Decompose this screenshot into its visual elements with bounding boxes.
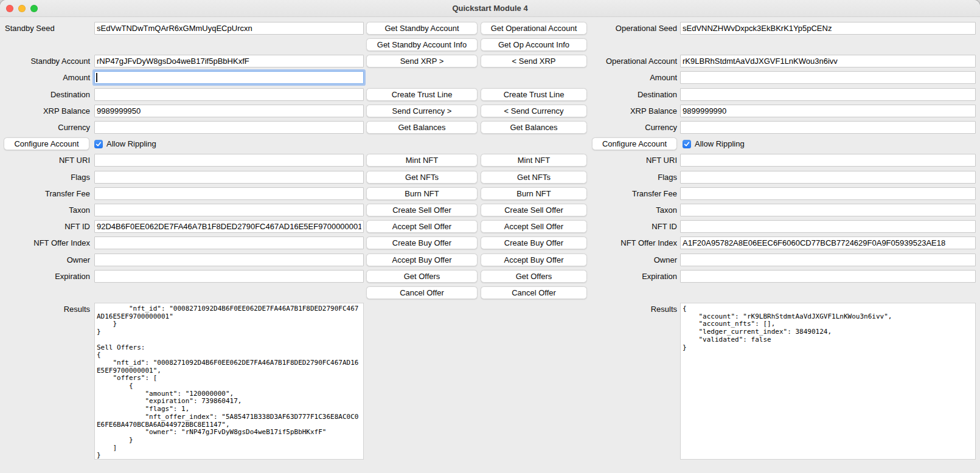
operational-currency-input[interactable] xyxy=(680,121,976,134)
close-window-button[interactable] xyxy=(6,5,13,12)
standby-create-buy-offer-button[interactable]: Create Buy Offer xyxy=(366,236,478,249)
standby-expiration-input[interactable] xyxy=(94,270,364,283)
standby-cancel-offer-button[interactable]: Cancel Offer xyxy=(366,286,478,299)
standby-seed-label: Standby Seed xyxy=(5,22,95,35)
standby-create-sell-offer-button[interactable]: Create Sell Offer xyxy=(366,204,478,216)
operational-transfer-fee-input[interactable] xyxy=(680,187,976,200)
operational-xrp-balance-input[interactable] xyxy=(680,105,976,117)
standby-get-offers-button[interactable]: Get Offers xyxy=(366,270,478,283)
operational-mint-nft-button[interactable]: Mint NFT xyxy=(481,154,587,167)
operational-send-xrp-button[interactable]: < Send XRP xyxy=(481,55,587,67)
text-caret xyxy=(96,73,97,82)
get-standby-account-info-button[interactable]: Get Standby Account Info xyxy=(366,38,478,51)
operational-get-balances-button[interactable]: Get Balances xyxy=(481,121,587,134)
standby-burn-nft-button[interactable]: Burn NFT xyxy=(366,187,478,200)
operational-create-trust-line-button[interactable]: Create Trust Line xyxy=(481,88,587,101)
operational-nft-offer-index-label: NFT Offer Index xyxy=(588,236,677,249)
standby-nft-uri-label: NFT URI xyxy=(0,154,90,167)
standby-send-xrp-button[interactable]: Send XRP > xyxy=(366,55,478,67)
standby-allow-rippling-label: Allow Rippling xyxy=(106,139,156,148)
operational-account-input[interactable] xyxy=(680,55,976,67)
standby-expiration-label: Expiration xyxy=(0,270,90,283)
standby-flags-label: Flags xyxy=(0,171,90,184)
standby-xrp-balance-label: XRP Balance xyxy=(0,105,90,117)
window-title: Quickstart Module 4 xyxy=(0,0,980,17)
operational-accept-buy-offer-button[interactable]: Accept Buy Offer xyxy=(481,254,587,266)
standby-accept-buy-offer-button[interactable]: Accept Buy Offer xyxy=(366,254,478,266)
standby-nft-offer-index-label: NFT Offer Index xyxy=(0,236,90,249)
operational-flags-label: Flags xyxy=(588,171,677,184)
operational-cancel-offer-button[interactable]: Cancel Offer xyxy=(481,286,587,299)
operational-get-nfts-button[interactable]: Get NFTs xyxy=(481,171,587,184)
operational-taxon-input[interactable] xyxy=(680,204,976,216)
standby-get-balances-button[interactable]: Get Balances xyxy=(366,121,478,134)
standby-flags-input[interactable] xyxy=(94,171,364,184)
operational-xrp-balance-label: XRP Balance xyxy=(588,105,677,117)
standby-create-trust-line-button[interactable]: Create Trust Line xyxy=(366,88,478,101)
operational-create-buy-offer-button[interactable]: Create Buy Offer xyxy=(481,236,587,249)
operational-nft-uri-input[interactable] xyxy=(680,154,976,167)
operational-burn-nft-button[interactable]: Burn NFT xyxy=(481,187,587,200)
operational-create-sell-offer-button[interactable]: Create Sell Offer xyxy=(481,204,587,216)
app-window: Quickstart Module 4 Standby Seed Get Sta… xyxy=(0,0,980,473)
standby-nft-uri-input[interactable] xyxy=(94,154,364,167)
standby-account-input[interactable] xyxy=(94,55,364,67)
standby-amount-input[interactable] xyxy=(94,71,364,84)
operational-amount-input[interactable] xyxy=(680,71,976,84)
operational-allow-rippling-checkbox[interactable]: Allow Rippling xyxy=(683,137,745,150)
operational-expiration-input[interactable] xyxy=(680,270,976,283)
standby-transfer-fee-label: Transfer Fee xyxy=(0,187,90,200)
operational-seed-label: Operational Seed xyxy=(588,22,677,35)
standby-seed-input[interactable] xyxy=(94,22,364,35)
standby-currency-label: Currency xyxy=(0,121,90,134)
standby-currency-input[interactable] xyxy=(94,121,364,134)
standby-destination-label: Destination xyxy=(0,88,90,101)
operational-owner-label: Owner xyxy=(588,254,677,266)
operational-owner-input[interactable] xyxy=(680,254,976,266)
operational-flags-input[interactable] xyxy=(680,171,976,184)
standby-account-label: Standby Account xyxy=(0,55,90,67)
standby-accept-sell-offer-button[interactable]: Accept Sell Offer xyxy=(366,220,478,233)
operational-nft-id-input[interactable] xyxy=(680,220,976,233)
operational-taxon-label: Taxon xyxy=(588,204,677,216)
operational-configure-account-button[interactable]: Configure Account xyxy=(592,137,677,150)
get-op-account-info-button[interactable]: Get Op Account Info xyxy=(481,38,587,51)
get-standby-account-button[interactable]: Get Standby Account xyxy=(366,22,478,35)
operational-destination-label: Destination xyxy=(588,88,677,101)
minimize-window-button[interactable] xyxy=(18,5,26,12)
operational-transfer-fee-label: Transfer Fee xyxy=(588,187,677,200)
operational-nft-uri-label: NFT URI xyxy=(588,154,677,167)
standby-amount-label: Amount xyxy=(0,71,90,84)
checkbox-checked-icon xyxy=(94,140,103,148)
standby-allow-rippling-checkbox[interactable]: Allow Rippling xyxy=(94,137,156,150)
standby-nft-id-input[interactable] xyxy=(94,220,364,233)
standby-owner-input[interactable] xyxy=(94,254,364,266)
operational-accept-sell-offer-button[interactable]: Accept Sell Offer xyxy=(481,220,587,233)
standby-configure-account-button[interactable]: Configure Account xyxy=(4,137,89,150)
operational-get-offers-button[interactable]: Get Offers xyxy=(481,270,587,283)
operational-destination-input[interactable] xyxy=(680,88,976,101)
operational-nft-offer-index-input[interactable] xyxy=(680,236,976,249)
standby-owner-label: Owner xyxy=(0,254,90,266)
standby-destination-input[interactable] xyxy=(94,88,364,101)
operational-results-text[interactable]: { "account": "rK9LBRhStdmtAaVdJXGVF1LnKW… xyxy=(680,303,976,460)
standby-send-currency-button[interactable]: Send Currency > xyxy=(366,105,478,117)
checkbox-checked-icon xyxy=(683,140,691,148)
operational-amount-label: Amount xyxy=(588,71,677,84)
operational-results-label: Results xyxy=(588,303,677,316)
standby-nft-offer-index-input[interactable] xyxy=(94,236,364,249)
operational-currency-label: Currency xyxy=(588,121,677,134)
operational-seed-input[interactable] xyxy=(680,22,976,35)
standby-nft-id-label: NFT ID xyxy=(0,220,90,233)
get-operational-account-button[interactable]: Get Operational Account xyxy=(481,22,587,35)
standby-get-nfts-button[interactable]: Get NFTs xyxy=(366,171,478,184)
operational-send-currency-button[interactable]: < Send Currency xyxy=(481,105,587,117)
zoom-window-button[interactable] xyxy=(30,5,38,12)
standby-transfer-fee-input[interactable] xyxy=(94,187,364,200)
standby-results-label: Results xyxy=(0,303,90,316)
standby-results-text[interactable]: "nft_id": "0008271092D4B6F0EE062DE7FA46A… xyxy=(94,303,364,460)
standby-xrp-balance-input[interactable] xyxy=(94,105,364,117)
titlebar: Quickstart Module 4 xyxy=(0,0,980,17)
standby-mint-nft-button[interactable]: Mint NFT xyxy=(366,154,478,167)
standby-taxon-input[interactable] xyxy=(94,204,364,216)
